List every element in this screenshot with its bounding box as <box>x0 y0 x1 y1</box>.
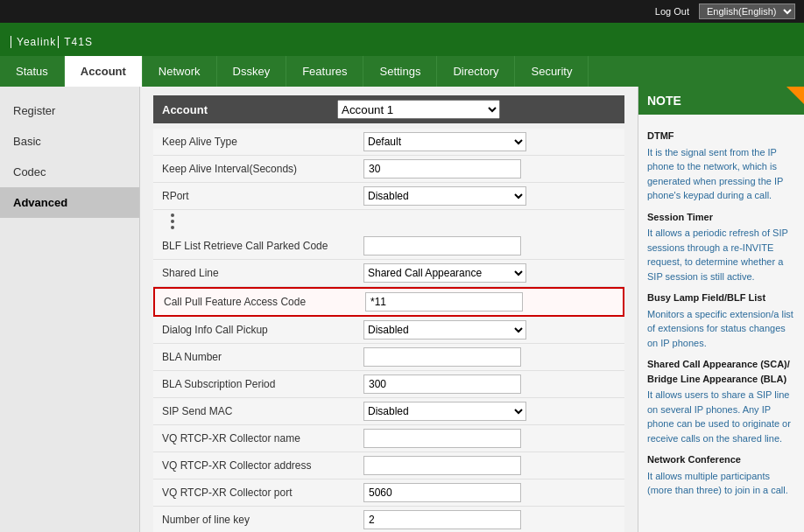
control-sip-send-mac: Disabled Enabled <box>363 402 624 421</box>
dot1 <box>171 214 174 217</box>
label-rport: RPort <box>153 190 363 202</box>
note-nc-text: It allows multiple participants (more th… <box>647 469 795 498</box>
label-bla-subscription: BLA Subscription Period <box>153 378 363 390</box>
account-select[interactable]: Account 1 Account 2 Account 3 <box>337 100 500 119</box>
input-call-pull[interactable] <box>365 292 523 312</box>
label-shared-line: Shared Line <box>153 267 363 279</box>
input-vq-address[interactable] <box>363 456 521 475</box>
form-row-keep-alive-interval: Keep Alive Interval(Seconds) <box>153 156 624 183</box>
label-keep-alive-interval: Keep Alive Interval(Seconds) <box>153 163 363 175</box>
label-line-key: Number of line key <box>153 514 363 526</box>
dots-separator <box>153 210 624 233</box>
control-bla-number <box>363 347 624 367</box>
input-bla-number[interactable] <box>363 347 521 367</box>
dot2 <box>171 220 174 223</box>
nav-bar: Status Account Network Dsskey Features S… <box>0 56 804 87</box>
form-row-keep-alive-type: Keep Alive Type Default Option60 <box>153 129 624 156</box>
form-row-bla-number: BLA Number <box>153 344 624 371</box>
dot3 <box>171 226 174 229</box>
note-session-title: Session Timer <box>647 210 795 225</box>
input-vq-name[interactable] <box>363 429 521 448</box>
note-title: NOTE <box>647 94 681 108</box>
sidebar: Register Basic Codec Advanced <box>0 87 140 532</box>
label-call-pull: Call Pull Feature Access Code <box>155 296 365 308</box>
label-sip-send-mac: SIP Send MAC <box>153 405 363 417</box>
label-bla-number: BLA Number <box>153 351 363 363</box>
control-vq-port <box>363 483 624 502</box>
control-dialog-info: Disabled Enabled <box>363 320 624 340</box>
form-row-shared-line: Shared Line Shared Call Appearance BLA <box>153 260 624 287</box>
note-dtmf-title: DTMF <box>647 129 795 144</box>
input-blf-list[interactable] <box>363 236 521 256</box>
sidebar-item-basic[interactable]: Basic <box>0 126 139 157</box>
select-sip-send-mac[interactable]: Disabled Enabled <box>363 402 526 421</box>
select-keep-alive-type[interactable]: Default Option60 <box>363 132 526 151</box>
control-keep-alive-interval <box>363 159 624 178</box>
nav-dsskey[interactable]: Dsskey <box>217 56 287 87</box>
select-shared-line[interactable]: Shared Call Appearance BLA <box>363 263 526 283</box>
select-rport[interactable]: Disabled Enabled <box>363 186 526 206</box>
input-bla-subscription[interactable] <box>363 374 521 394</box>
control-bla-subscription <box>363 374 624 394</box>
model-name: T41S <box>58 36 93 48</box>
nav-security[interactable]: Security <box>515 56 589 87</box>
main-layout: Register Basic Codec Advanced Account Ac… <box>0 87 804 532</box>
form-row-vq-port: VQ RTCP-XR Collector port <box>153 480 624 507</box>
logo: YealinkT41S <box>9 28 93 51</box>
note-body: DTMF It is the signal sent from the IP p… <box>638 115 804 508</box>
note-sca-title: Shared Call Appearance (SCA)/ Bridge Lin… <box>647 357 795 386</box>
form-row-dialog-info: Dialog Info Call Pickup Disabled Enabled <box>153 317 624 344</box>
note-session-text: It allows a periodic refresh of SIP sess… <box>647 226 795 284</box>
form-row-bla-subscription: BLA Subscription Period <box>153 371 624 398</box>
input-keep-alive-interval[interactable] <box>363 159 521 178</box>
control-keep-alive-type: Default Option60 <box>363 132 624 151</box>
input-vq-port[interactable] <box>363 483 521 502</box>
brand-name: Yealink <box>11 36 56 48</box>
note-blf-text: Monitors a specific extension/a list of … <box>647 307 795 351</box>
nav-features[interactable]: Features <box>286 56 363 87</box>
form-row-vq-name: VQ RTCP-XR Collector name <box>153 425 624 452</box>
note-panel: NOTE DTMF It is the signal sent from the… <box>638 87 804 532</box>
control-call-pull <box>365 292 623 312</box>
form-row-line-key: Number of line key <box>153 507 624 532</box>
sidebar-item-codec[interactable]: Codec <box>0 157 139 187</box>
control-blf-list <box>363 236 624 256</box>
note-blf-title: Busy Lamp Field/BLF List <box>647 290 795 305</box>
nav-account[interactable]: Account <box>65 56 143 87</box>
form-row-call-pull: Call Pull Feature Access Code <box>153 287 624 317</box>
top-bar: Log Out English(English) <box>0 0 804 23</box>
sidebar-item-register[interactable]: Register <box>0 95 139 126</box>
select-dialog-info[interactable]: Disabled Enabled <box>363 320 526 340</box>
note-header: NOTE <box>638 87 804 115</box>
nav-status[interactable]: Status <box>0 56 65 87</box>
label-vq-port: VQ RTCP-XR Collector port <box>153 486 363 499</box>
label-vq-name: VQ RTCP-XR Collector name <box>153 432 363 444</box>
input-line-key[interactable] <box>363 510 521 529</box>
note-sca-text: It allows users to share a SIP line on s… <box>647 388 795 445</box>
form-row-rport: RPort Disabled Enabled <box>153 183 624 210</box>
control-line-key <box>363 510 624 529</box>
label-blf-list: BLF List Retrieve Call Parked Code <box>153 240 363 252</box>
nav-directory[interactable]: Directory <box>437 56 515 87</box>
nav-settings[interactable]: Settings <box>363 56 437 87</box>
label-dialog-info: Dialog Info Call Pickup <box>153 324 363 336</box>
control-shared-line: Shared Call Appearance BLA <box>363 263 624 283</box>
note-nc-title: Network Conference <box>647 452 795 467</box>
control-vq-name <box>363 429 624 448</box>
label-vq-address: VQ RTCP-XR Collector address <box>153 459 363 472</box>
form-row-vq-address: VQ RTCP-XR Collector address <box>153 452 624 480</box>
form-row-sip-send-mac: SIP Send MAC Disabled Enabled <box>153 398 624 425</box>
form-section: Keep Alive Type Default Option60 Keep Al… <box>153 129 624 532</box>
header: YealinkT41S <box>0 23 804 56</box>
form-row-blf-list: BLF List Retrieve Call Parked Code <box>153 233 624 260</box>
account-header-row: Account Account 1 Account 2 Account 3 <box>153 95 624 123</box>
logout-link[interactable]: Log Out <box>655 6 689 17</box>
control-vq-address <box>363 456 624 475</box>
control-rport: Disabled Enabled <box>363 186 624 206</box>
nav-network[interactable]: Network <box>143 56 217 87</box>
note-dtmf-text: It is the signal sent from the IP phone … <box>647 145 795 203</box>
account-field-label: Account <box>162 103 337 116</box>
language-select[interactable]: English(English) <box>699 4 795 19</box>
content-area: Account Account 1 Account 2 Account 3 Ke… <box>140 87 638 532</box>
sidebar-item-advanced[interactable]: Advanced <box>0 187 139 218</box>
